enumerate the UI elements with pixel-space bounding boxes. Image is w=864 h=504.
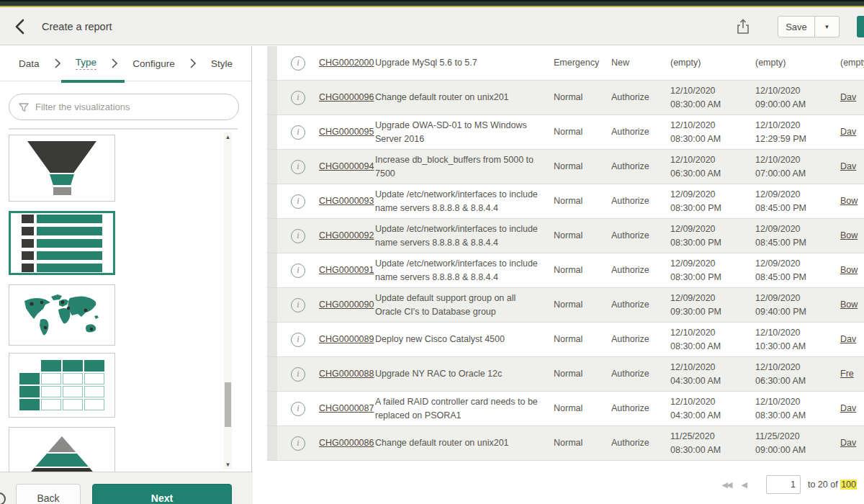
back-icon[interactable]	[13, 17, 33, 36]
info-icon[interactable]: i	[291, 298, 305, 312]
short-description: Upgrade NY RAC to Oracle 12c	[375, 367, 554, 380]
viz-thumbnail-world-map[interactable]	[9, 284, 115, 346]
pagination-range-label: to 20 of 100	[808, 480, 857, 490]
info-icon[interactable]: i	[291, 194, 305, 209]
short-description: Upgrade OWA-SD-01 to MS Windows Server 2…	[375, 119, 554, 145]
pagination-first-icon[interactable]: ◀◀	[722, 480, 732, 490]
priority-cell: Normal	[554, 229, 611, 242]
pagination-prev-icon[interactable]: ◀	[741, 480, 747, 490]
end-date-cell: 12/10/2020 09:00:00 AM	[755, 84, 840, 110]
assignee-link[interactable]: Bow	[840, 298, 864, 311]
state-cell: Authorize	[611, 229, 670, 242]
info-icon[interactable]: i	[291, 125, 305, 140]
state-cell: Authorize	[611, 367, 670, 380]
start-date-cell: 12/10/2020 04:30:00 AM	[670, 395, 755, 421]
viz-thumbnail-pivot-table[interactable]	[9, 353, 115, 418]
short-description: Deploy new Cisco Catalyst 4500	[375, 333, 554, 346]
clipped-primary-button[interactable]	[857, 16, 864, 37]
table-row: i CHG0000093 Update /etc/network/interfa…	[267, 184, 864, 219]
wizard-step-style[interactable]: Style	[211, 58, 233, 69]
assignee-link[interactable]: Fre	[840, 367, 864, 380]
table-row: i CHG0000096 Change default router on un…	[267, 81, 864, 115]
assignee-link[interactable]: Dav	[840, 436, 864, 449]
assignee-link[interactable]: Dav	[840, 333, 864, 346]
start-date-cell: 12/10/2020 06:30:00 AM	[670, 153, 755, 179]
short-description: Change default router on unix201	[375, 91, 554, 104]
start-date-cell: 12/09/2020 08:30:00 PM	[670, 188, 755, 214]
scrollbar-thumb[interactable]	[225, 382, 231, 427]
pyramid-chart-icon	[22, 436, 102, 472]
next-button[interactable]: Next	[92, 484, 232, 504]
filter-input[interactable]	[35, 102, 230, 112]
short-description: Update /etc/network/interfaces to includ…	[375, 188, 554, 214]
info-icon[interactable]: i	[291, 91, 305, 105]
state-cell: Authorize	[611, 264, 670, 276]
assignee-link[interactable]: Dav	[840, 125, 864, 138]
assignee-link[interactable]: Bow	[840, 229, 864, 242]
info-icon[interactable]: i	[291, 367, 305, 382]
info-icon[interactable]: i	[291, 264, 305, 278]
end-date-cell: 11/25/2020 09:00:00 AM	[755, 430, 840, 456]
assignee-link[interactable]: Dav	[840, 91, 864, 104]
table-row: i CHG0000092 Update /etc/network/interfa…	[267, 219, 864, 253]
back-button[interactable]: Back	[16, 484, 81, 504]
short-description: Increase db_block_buffers from 5000 to 7…	[375, 153, 554, 179]
chevron-down-icon: ▼	[824, 24, 830, 30]
scrolled-card-edge	[9, 128, 238, 130]
funnel-chart-icon	[27, 141, 96, 195]
short-description: Update /etc/network/interfaces to includ…	[375, 257, 554, 283]
change-number-link[interactable]: CHG0000087	[319, 402, 375, 415]
change-number-link[interactable]: CHG0000089	[319, 333, 375, 346]
info-icon[interactable]: i	[291, 160, 305, 174]
wizard-step-configure[interactable]: Configure	[132, 58, 175, 69]
viz-thumbnail-list[interactable]	[9, 211, 115, 275]
page-number-input[interactable]	[766, 475, 801, 494]
pivot-table-icon	[19, 360, 104, 410]
change-number-link[interactable]: CHG0000092	[319, 229, 375, 242]
info-icon[interactable]: i	[291, 436, 305, 451]
scroll-up-icon[interactable]: ▲	[224, 134, 232, 140]
info-icon[interactable]: i	[291, 402, 305, 416]
assignee-link[interactable]: Dav	[840, 402, 864, 415]
wizard-step-type[interactable]: Type	[76, 57, 96, 70]
help-icon	[0, 492, 6, 504]
wizard-footer: Back Next	[0, 472, 253, 504]
info-icon[interactable]: i	[291, 56, 305, 71]
start-date-cell: 12/10/2020 04:30:00 AM	[670, 361, 755, 387]
viz-list-scrollbar[interactable]: ▲ ▼	[224, 132, 232, 469]
short-description: A failed RAID controller card needs to b…	[375, 395, 554, 421]
change-number-link[interactable]: CHG0000094	[319, 160, 375, 173]
wizard-step-data[interactable]: Data	[19, 58, 40, 69]
priority-cell: Normal	[554, 264, 611, 276]
change-number-link[interactable]: CHG0000096	[319, 91, 375, 104]
visualization-panel: Data Type Configure Style	[0, 46, 252, 472]
viz-thumbnail-funnel[interactable]	[9, 135, 115, 202]
create-report-screen: Create a report Save ▼ Data Type Configu…	[0, 0, 864, 504]
priority-cell: Emergency	[554, 56, 611, 69]
viz-thumbnail-pyramid[interactable]	[9, 427, 115, 472]
change-number-link[interactable]: CHG0000088	[319, 367, 375, 380]
state-cell: Authorize	[611, 333, 670, 346]
assignee-link[interactable]: Bow	[840, 264, 864, 276]
assignee-link[interactable]: Bow	[840, 194, 864, 207]
info-icon[interactable]: i	[291, 333, 305, 347]
change-number-link[interactable]: CHG0000095	[319, 125, 375, 138]
chevron-right-icon	[190, 58, 196, 68]
change-number-link[interactable]: CHG0000090	[319, 298, 375, 311]
visualization-filter	[9, 94, 239, 120]
wizard-breadcrumb: Data Type Configure Style	[0, 46, 251, 81]
change-number-link[interactable]: CHG0002000	[319, 56, 375, 69]
change-number-link[interactable]: CHG0000093	[319, 194, 375, 207]
info-icon[interactable]: i	[291, 229, 305, 243]
state-cell: Authorize	[611, 160, 670, 173]
save-button[interactable]: Save	[778, 16, 815, 37]
table-row: i CHG0000094 Increase db_block_buffers f…	[267, 150, 864, 184]
assignee-cell: (empty)	[840, 56, 864, 69]
save-dropdown-button[interactable]: ▼	[815, 16, 840, 37]
share-icon[interactable]	[735, 18, 752, 35]
priority-cell: Normal	[554, 298, 611, 311]
change-number-link[interactable]: CHG0000086	[319, 436, 375, 449]
change-number-link[interactable]: CHG0000091	[319, 264, 375, 276]
assignee-link[interactable]: Dav	[840, 160, 864, 173]
scroll-down-icon[interactable]: ▼	[224, 462, 232, 468]
